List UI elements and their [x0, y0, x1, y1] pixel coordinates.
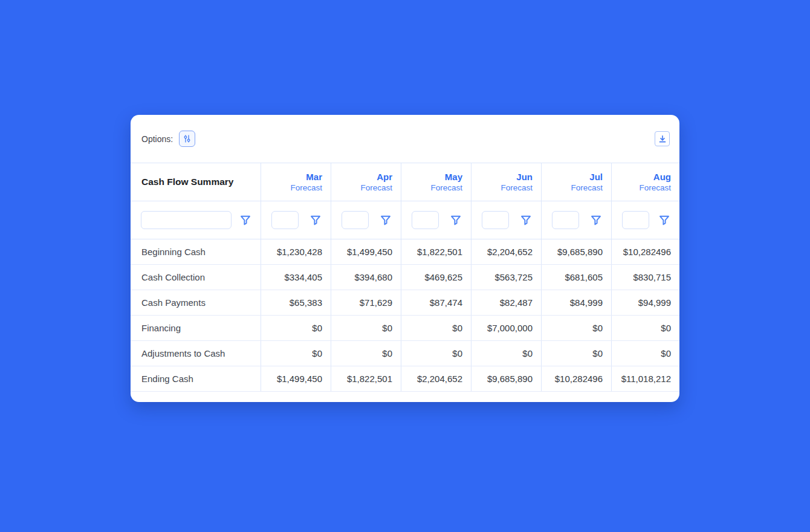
table-row-ending-cash: Ending Cash $1,499,450 $1,822,501 $2,204…	[131, 366, 679, 392]
cell-value: $65,383	[261, 290, 331, 315]
table-row-adjustments-to-cash: Adjustments to Cash $0 $0 $0 $0 $0 $0	[131, 341, 679, 366]
cell-value: $0	[261, 341, 331, 366]
table-header-row: Cash Flow Summary Mar Forecast Apr Forec…	[131, 163, 679, 201]
cell-value: $9,685,890	[541, 239, 611, 264]
cell-value: $10,282496	[541, 366, 611, 391]
filter-cell-may	[401, 201, 471, 239]
options-sliders-button[interactable]	[179, 131, 195, 147]
cell-value: $830,715	[611, 265, 679, 290]
row-label: Financing	[131, 316, 261, 340]
cell-value: $469,625	[401, 265, 471, 290]
row-label: Cash Payments	[131, 290, 261, 315]
filter-cell-jul	[541, 201, 611, 239]
cell-value: $0	[541, 316, 611, 340]
filter-input[interactable]	[342, 211, 369, 229]
filter-cell-apr	[331, 201, 401, 239]
cell-value: $0	[331, 341, 401, 366]
table-row-beginning-cash: Beginning Cash $1,230,428 $1,499,450 $1,…	[131, 239, 679, 265]
download-icon	[658, 134, 667, 144]
cell-value: $87,474	[401, 290, 471, 315]
table-row-cash-collection: Cash Collection $334,405 $394,680 $469,6…	[131, 265, 679, 290]
filter-funnel-icon[interactable]	[309, 214, 322, 226]
page-title: Cash Flow Summary	[131, 163, 261, 201]
options-label: Options:	[141, 134, 173, 144]
cell-value: $1,499,450	[331, 239, 401, 264]
cell-value: $2,204,652	[401, 366, 471, 391]
sliders-icon	[182, 134, 192, 144]
filter-row	[131, 201, 679, 239]
row-label: Adjustments to Cash	[131, 341, 261, 366]
cell-value: $10,282496	[611, 239, 679, 264]
cell-value: $563,725	[471, 265, 541, 290]
cell-value: $7,000,000	[471, 316, 541, 340]
cell-value: $0	[541, 341, 611, 366]
column-header-mar[interactable]: Mar Forecast	[261, 163, 331, 201]
filter-input[interactable]	[141, 211, 232, 229]
filter-funnel-icon[interactable]	[590, 214, 602, 226]
column-header-may[interactable]: May Forecast	[401, 163, 471, 201]
cell-value: $681,605	[541, 265, 611, 290]
column-header-aug[interactable]: Aug Forecast	[611, 163, 679, 201]
cash-flow-card: Options: Cash Flow Summar	[131, 115, 679, 402]
cell-value: $11,018,212	[611, 366, 679, 391]
toolbar: Options:	[131, 115, 679, 163]
cell-value: $9,685,890	[471, 366, 541, 391]
row-label: Ending Cash	[131, 366, 261, 391]
cell-value: $71,629	[331, 290, 401, 315]
cell-value: $2,204,652	[471, 239, 541, 264]
column-header-jun[interactable]: Jun Forecast	[471, 163, 541, 201]
row-label: Beginning Cash	[131, 239, 261, 264]
cell-value: $0	[401, 341, 471, 366]
filter-funnel-icon[interactable]	[450, 214, 462, 226]
filter-funnel-icon[interactable]	[380, 214, 392, 226]
cell-value: $1,822,501	[331, 366, 401, 391]
cell-value: $1,230,428	[261, 239, 331, 264]
cell-value: $1,822,501	[401, 239, 471, 264]
row-label: Cash Collection	[131, 265, 261, 290]
table-body: Beginning Cash $1,230,428 $1,499,450 $1,…	[131, 239, 679, 392]
cell-value: $0	[401, 316, 471, 340]
column-header-jul[interactable]: Jul Forecast	[541, 163, 611, 201]
cell-value: $0	[261, 316, 331, 340]
column-header-apr[interactable]: Apr Forecast	[331, 163, 401, 201]
filter-input[interactable]	[622, 211, 649, 229]
filter-cell-jun	[471, 201, 541, 239]
cell-value: $1,499,450	[261, 366, 331, 391]
filter-input[interactable]	[271, 211, 299, 229]
filter-funnel-icon[interactable]	[520, 214, 532, 226]
cell-value: $0	[471, 341, 541, 366]
filter-input[interactable]	[482, 211, 509, 229]
cell-value: $82,487	[471, 290, 541, 315]
table-row-financing: Financing $0 $0 $0 $7,000,000 $0 $0	[131, 316, 679, 341]
cell-value: $0	[331, 316, 401, 340]
filter-cell-label	[131, 201, 261, 239]
download-button[interactable]	[655, 131, 670, 146]
cell-value: $334,405	[261, 265, 331, 290]
filter-funnel-icon[interactable]	[658, 214, 670, 226]
cell-value: $0	[611, 341, 679, 366]
cell-value: $0	[611, 316, 679, 340]
cell-value: $94,999	[611, 290, 679, 315]
table-row-cash-payments: Cash Payments $65,383 $71,629 $87,474 $8…	[131, 290, 679, 316]
filter-input[interactable]	[552, 211, 579, 229]
cell-value: $84,999	[541, 290, 611, 315]
cell-value: $394,680	[331, 265, 401, 290]
filter-cell-aug	[611, 201, 679, 239]
filter-input[interactable]	[412, 211, 439, 229]
filter-funnel-icon[interactable]	[239, 214, 251, 226]
filter-cell-mar	[261, 201, 331, 239]
